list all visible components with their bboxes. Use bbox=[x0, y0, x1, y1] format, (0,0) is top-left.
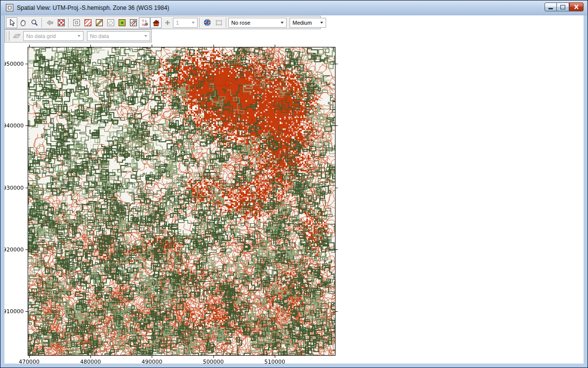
detail-level-combo[interactable]: Medium bbox=[290, 18, 326, 28]
raster-frame-button[interactable] bbox=[71, 17, 82, 28]
minimize-button[interactable] bbox=[545, 2, 557, 11]
pan-hand-icon bbox=[19, 19, 27, 27]
separator bbox=[42, 18, 42, 28]
slope-hatch-icon bbox=[84, 19, 92, 27]
toolbar-grip[interactable] bbox=[6, 31, 9, 41]
globe-projection-icon bbox=[203, 18, 211, 27]
surface-layer-button[interactable] bbox=[11, 31, 22, 41]
window-icon bbox=[6, 4, 13, 11]
main-toolbar: T k op 1 bbox=[4, 16, 321, 29]
back-button[interactable] bbox=[44, 17, 55, 28]
symbol-labels-icon: T k op bbox=[141, 19, 149, 27]
home-view-button[interactable] bbox=[150, 17, 162, 28]
separator bbox=[68, 18, 69, 28]
profile-layer-button[interactable] bbox=[93, 17, 105, 28]
separator bbox=[226, 18, 227, 28]
restore-button[interactable] bbox=[557, 2, 569, 11]
rose-count-combo[interactable]: 1 bbox=[173, 18, 198, 28]
restore-icon bbox=[560, 5, 565, 9]
data-column-combo[interactable]: No data bbox=[87, 31, 150, 41]
close-icon bbox=[574, 4, 579, 9]
minimize-icon bbox=[548, 8, 553, 9]
colored-grid-icon bbox=[118, 19, 126, 27]
rose-type-combo[interactable]: No rose bbox=[228, 18, 287, 28]
zoom-full-extent-icon bbox=[57, 19, 65, 27]
chevron-down-icon bbox=[78, 35, 81, 37]
data-column-value: No data bbox=[90, 33, 109, 39]
select-tool-button[interactable] bbox=[6, 17, 17, 28]
chevron-down-icon bbox=[320, 22, 323, 24]
profile-line-icon bbox=[95, 19, 103, 27]
titlebar[interactable]: Spatial View: UTM-Proj.-S.hemisph. Zone … bbox=[1, 0, 587, 15]
client-area: T k op 1 bbox=[4, 15, 584, 364]
zoom-full-extent-button[interactable] bbox=[55, 17, 67, 28]
raster-frame-icon bbox=[73, 19, 81, 27]
zoom-rectangle-button[interactable] bbox=[213, 17, 224, 28]
smooth-polygon-icon bbox=[107, 19, 115, 27]
rose-diagram-button[interactable] bbox=[162, 17, 173, 28]
rose-diagram-icon bbox=[164, 19, 171, 27]
back-arrow-icon bbox=[46, 19, 54, 27]
detail-level-value: Medium bbox=[293, 20, 312, 26]
close-button[interactable] bbox=[569, 2, 584, 11]
smooth-polygon-button[interactable] bbox=[105, 17, 116, 28]
window-controls bbox=[545, 2, 584, 11]
vector-hatch-button[interactable] bbox=[127, 17, 139, 28]
data-grid-value: No data grid bbox=[26, 33, 56, 39]
slope-layer-button[interactable] bbox=[82, 17, 93, 28]
home-icon bbox=[152, 19, 160, 27]
chevron-down-icon bbox=[144, 35, 147, 37]
colored-grid-button[interactable] bbox=[116, 17, 127, 28]
select-arrow-icon bbox=[8, 19, 16, 27]
data-toolbar: No data grid No data bbox=[4, 29, 152, 42]
window-title: Spatial View: UTM-Proj.-S.hemisph. Zone … bbox=[17, 4, 169, 11]
zoom-rectangle-icon bbox=[215, 19, 223, 27]
rose-type-value: No rose bbox=[231, 20, 251, 26]
separator bbox=[199, 18, 200, 28]
symbol-labels-button[interactable]: T k op bbox=[139, 17, 150, 28]
vector-hatch-icon bbox=[129, 19, 137, 27]
data-grid-combo[interactable]: No data grid bbox=[23, 31, 84, 41]
spatial-view-window: Spatial View: UTM-Proj.-S.hemisph. Zone … bbox=[0, 0, 588, 368]
zoom-tool-button[interactable] bbox=[29, 17, 40, 28]
rose-count-value: 1 bbox=[176, 20, 179, 26]
surface-layer-icon bbox=[12, 32, 21, 40]
chevron-down-icon bbox=[281, 22, 284, 24]
chevron-down-icon bbox=[192, 22, 195, 24]
projection-button[interactable] bbox=[202, 17, 213, 28]
map-canvas[interactable] bbox=[4, 43, 350, 364]
zoom-magnifier-icon bbox=[31, 19, 39, 27]
pan-tool-button[interactable] bbox=[17, 17, 29, 28]
